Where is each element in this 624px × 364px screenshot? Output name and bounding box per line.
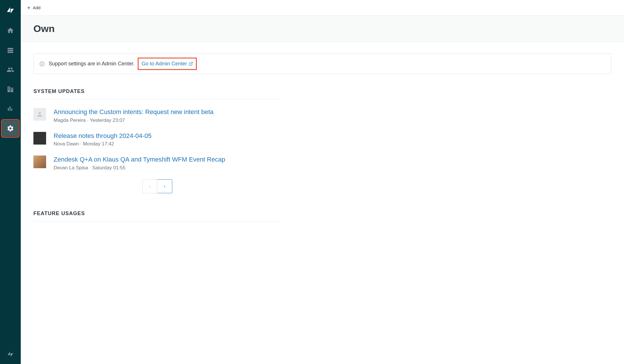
sidebar-admin[interactable]	[2, 120, 18, 136]
avatar	[33, 132, 46, 145]
sidebar	[0, 0, 21, 364]
update-meta: Magda Pereira · Yesterday 23:07	[54, 117, 213, 123]
add-button[interactable]: Add	[27, 5, 41, 10]
divider	[33, 221, 281, 221]
admin-link-text: Go to Admin Center	[141, 61, 187, 67]
app-logo[interactable]	[2, 2, 18, 18]
sidebar-customers[interactable]	[2, 62, 18, 78]
svg-rect-2	[42, 63, 42, 65]
go-to-admin-center-link[interactable]: Go to Admin Center	[139, 58, 196, 69]
update-title[interactable]: Announcing the Custom intents: Request n…	[54, 108, 213, 116]
sidebar-home[interactable]	[2, 22, 18, 39]
main-area: Add Own Support settings are in Admin Ce…	[21, 0, 624, 364]
update-meta: Nova Dawn · Monday 17:42	[54, 141, 152, 147]
avatar	[33, 156, 46, 168]
admin-center-banner: Support settings are in Admin Center. Go…	[33, 54, 611, 74]
feature-usages-heading: FEATURE USAGES	[33, 211, 611, 217]
update-item: Release notes through 2024-04-05 Nova Da…	[33, 132, 281, 147]
sidebar-zendesk-products[interactable]	[2, 346, 18, 362]
banner-text: Support settings are in Admin Center.	[49, 61, 135, 67]
avatar	[33, 108, 46, 121]
pagination-prev: ‹	[142, 179, 157, 193]
info-icon	[39, 61, 45, 67]
update-item: Zendesk Q+A on Klaus QA and Tymeshift WF…	[33, 156, 281, 171]
pagination-next[interactable]: ›	[157, 179, 172, 193]
update-title[interactable]: Release notes through 2024-04-05	[54, 132, 152, 140]
sidebar-organizations[interactable]	[2, 81, 18, 97]
external-link-icon	[189, 62, 193, 66]
content: Support settings are in Admin Center. Go…	[21, 42, 624, 242]
sidebar-reporting[interactable]	[2, 101, 18, 117]
system-updates-heading: SYSTEM UPDATES	[33, 88, 611, 94]
topbar: Add	[21, 0, 624, 16]
pagination: ‹ ›	[33, 179, 281, 193]
update-item: Announcing the Custom intents: Request n…	[33, 108, 281, 123]
page-title: Own	[33, 23, 611, 34]
svg-point-1	[42, 62, 42, 63]
divider	[33, 99, 281, 99]
update-meta: Devan La Spisa · Saturday 01:55	[54, 165, 225, 171]
title-section: Own	[21, 16, 624, 42]
plus-icon	[27, 5, 31, 10]
sidebar-views[interactable]	[2, 42, 18, 58]
update-title[interactable]: Zendesk Q+A on Klaus QA and Tymeshift WF…	[54, 156, 225, 164]
add-button-label: Add	[33, 5, 41, 10]
updates-list: Announcing the Custom intents: Request n…	[33, 108, 281, 171]
